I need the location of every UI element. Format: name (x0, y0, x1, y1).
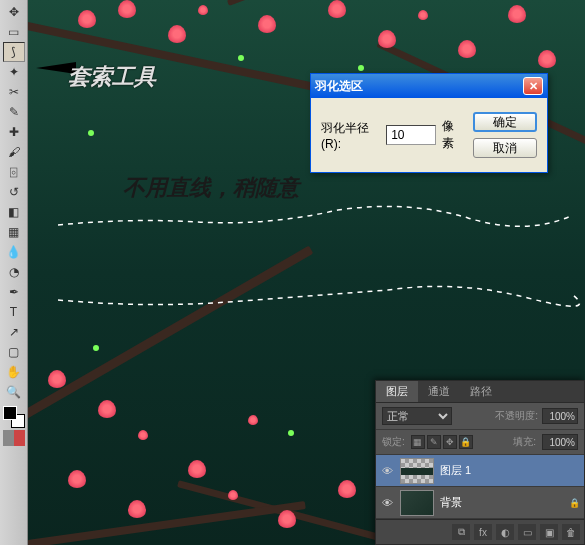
tool-zoom[interactable]: 🔍 (3, 382, 25, 402)
tool-brush[interactable]: 🖌 (3, 142, 25, 162)
lock-label: 锁定: (382, 435, 405, 449)
fill-label: 填充: (513, 435, 536, 449)
tool-eyedropper[interactable]: ✎ (3, 102, 25, 122)
tool-stamp[interactable]: ⌻ (3, 162, 25, 182)
link-layers-icon[interactable]: ⧉ (452, 524, 470, 540)
layer-name[interactable]: 图层 1 (440, 463, 580, 478)
layer-row[interactable]: 👁 背景 🔒 (376, 487, 584, 519)
lock-pixels-icon[interactable]: ✎ (427, 435, 441, 449)
tool-pen[interactable]: ✒ (3, 282, 25, 302)
tool-crop[interactable]: ✂ (3, 82, 25, 102)
visibility-icon[interactable]: 👁 (380, 464, 394, 478)
layer-fx-icon[interactable]: fx (474, 524, 492, 540)
tab-layers[interactable]: 图层 (376, 381, 418, 402)
cancel-button[interactable]: 取消 (473, 138, 537, 158)
tool-blur[interactable]: 💧 (3, 242, 25, 262)
dialog-close-button[interactable]: ✕ (523, 77, 543, 95)
dialog-titlebar[interactable]: 羽化选区 ✕ (311, 74, 547, 98)
visibility-icon[interactable]: 👁 (380, 496, 394, 510)
tool-lasso[interactable]: ⟆ (3, 42, 25, 62)
fill-input[interactable] (542, 434, 578, 450)
layers-panel: 图层 通道 路径 正常 不透明度: 锁定: ▦ ✎ ✥ 🔒 填充: 👁 图层 1 (375, 380, 585, 545)
tool-hand[interactable]: ✋ (3, 362, 25, 382)
tool-type[interactable]: T (3, 302, 25, 322)
tool-gradient[interactable]: ▦ (3, 222, 25, 242)
blend-mode-select[interactable]: 正常 (382, 407, 452, 425)
radius-label: 羽化半径(R): (321, 120, 380, 151)
close-icon: ✕ (529, 80, 538, 93)
layer-row[interactable]: 👁 图层 1 (376, 455, 584, 487)
lock-icon: 🔒 (569, 498, 580, 508)
tab-channels[interactable]: 通道 (418, 381, 460, 402)
new-layer-icon[interactable]: ▣ (540, 524, 558, 540)
toolbox: ✥ ▭ ⟆ ✦ ✂ ✎ ✚ 🖌 ⌻ ↺ ◧ ▦ 💧 ◔ ✒ T ↗ ▢ ✋ 🔍 (0, 0, 28, 545)
lock-position-icon[interactable]: ✥ (443, 435, 457, 449)
foreground-swatch[interactable] (3, 406, 17, 420)
tool-path[interactable]: ↗ (3, 322, 25, 342)
feather-dialog: 羽化选区 ✕ 羽化半径(R): 像素 确定 取消 (310, 73, 548, 173)
layer-mask-icon[interactable]: ◐ (496, 524, 514, 540)
dialog-title: 羽化选区 (315, 78, 523, 95)
delete-layer-icon[interactable]: 🗑 (562, 524, 580, 540)
color-swatches[interactable] (3, 406, 25, 428)
opacity-label: 不透明度: (495, 409, 538, 423)
layer-thumbnail[interactable] (400, 490, 434, 516)
tool-wand[interactable]: ✦ (3, 62, 25, 82)
tool-move[interactable]: ✥ (3, 2, 25, 22)
opacity-input[interactable] (542, 408, 578, 424)
quickmask-toggle[interactable] (3, 430, 25, 446)
layer-thumbnail[interactable] (400, 458, 434, 484)
layer-name[interactable]: 背景 (440, 495, 563, 510)
tool-history[interactable]: ↺ (3, 182, 25, 202)
hint-annotation: 不用直线，稍随意 (123, 173, 299, 203)
lock-transparency-icon[interactable]: ▦ (411, 435, 425, 449)
tool-dodge[interactable]: ◔ (3, 262, 25, 282)
radius-input[interactable] (386, 125, 436, 145)
new-group-icon[interactable]: ▭ (518, 524, 536, 540)
unit-label: 像素 (442, 118, 463, 152)
panel-footer: ⧉ fx ◐ ▭ ▣ 🗑 (376, 519, 584, 544)
lock-all-icon[interactable]: 🔒 (459, 435, 473, 449)
tool-marquee[interactable]: ▭ (3, 22, 25, 42)
ok-button[interactable]: 确定 (473, 112, 537, 132)
tool-heal[interactable]: ✚ (3, 122, 25, 142)
tab-paths[interactable]: 路径 (460, 381, 502, 402)
layer-list: 👁 图层 1 👁 背景 🔒 (376, 455, 584, 519)
tool-shape[interactable]: ▢ (3, 342, 25, 362)
tool-eraser[interactable]: ◧ (3, 202, 25, 222)
lasso-tool-label: 套索工具 (68, 62, 156, 92)
